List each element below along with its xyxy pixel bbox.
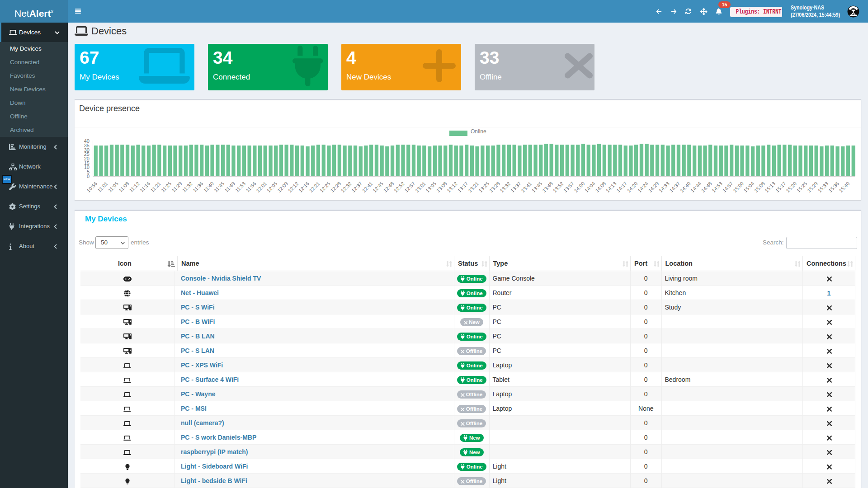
svg-text:13:28: 13:28 xyxy=(488,181,501,193)
svg-text:12:52: 12:52 xyxy=(393,181,406,193)
svg-text:11:05: 11:05 xyxy=(107,181,119,193)
svg-text:13:45: 13:45 xyxy=(531,181,543,193)
svg-text:15:25: 15:25 xyxy=(796,181,808,193)
svg-text:15:13: 15:13 xyxy=(764,181,776,193)
svg-text:14:44: 14:44 xyxy=(689,181,702,193)
svg-text:14:08: 14:08 xyxy=(594,181,607,193)
svg-text:13:08: 13:08 xyxy=(435,181,448,193)
svg-text:11:12: 11:12 xyxy=(128,181,141,193)
svg-text:15:36: 15:36 xyxy=(827,181,840,193)
svg-text:14:40: 14:40 xyxy=(679,181,692,193)
svg-text:13:37: 13:37 xyxy=(509,181,522,193)
svg-text:11:53: 11:53 xyxy=(234,181,246,193)
svg-text:11:56: 11:56 xyxy=(245,181,257,193)
svg-text:12:16: 12:16 xyxy=(297,181,310,193)
svg-text:12:37: 12:37 xyxy=(350,181,363,193)
svg-text:15:08: 15:08 xyxy=(753,181,766,193)
svg-text:14:37: 14:37 xyxy=(668,181,681,193)
svg-text:13:48: 13:48 xyxy=(541,181,554,193)
svg-text:13:17: 13:17 xyxy=(457,181,469,193)
svg-text:11:32: 11:32 xyxy=(181,181,193,193)
svg-text:14:13: 14:13 xyxy=(605,181,618,193)
svg-text:40: 40 xyxy=(84,138,90,144)
svg-text:12:12: 12:12 xyxy=(287,181,300,193)
svg-text:14:53: 14:53 xyxy=(711,181,723,193)
svg-text:15:29: 15:29 xyxy=(806,181,819,193)
svg-text:15:04: 15:04 xyxy=(742,181,755,193)
svg-text:13:57: 13:57 xyxy=(562,181,575,193)
svg-text:12:09: 12:09 xyxy=(276,181,289,193)
svg-text:13:21: 13:21 xyxy=(467,181,480,193)
svg-text:11:25: 11:25 xyxy=(160,181,172,193)
svg-text:14:57: 14:57 xyxy=(722,181,734,193)
svg-text:12:05: 12:05 xyxy=(266,181,278,193)
svg-text:14:33: 14:33 xyxy=(658,181,670,193)
svg-text:15:20: 15:20 xyxy=(785,181,797,193)
svg-text:12:25: 12:25 xyxy=(319,181,331,193)
svg-text:14:29: 14:29 xyxy=(647,181,660,193)
svg-text:11:49: 11:49 xyxy=(224,181,236,193)
svg-text:12:48: 12:48 xyxy=(382,181,395,193)
svg-text:11:45: 11:45 xyxy=(213,181,225,193)
svg-text:11:08: 11:08 xyxy=(118,181,130,193)
svg-text:15:00: 15:00 xyxy=(732,181,745,193)
svg-text:15:17: 15:17 xyxy=(774,181,787,193)
svg-text:12:41: 12:41 xyxy=(361,181,374,193)
svg-text:12:32: 12:32 xyxy=(340,181,353,193)
svg-text:13:05: 13:05 xyxy=(425,181,437,193)
svg-text:13:25: 13:25 xyxy=(477,181,490,193)
svg-text:14:04: 14:04 xyxy=(584,181,596,193)
svg-text:14:24: 14:24 xyxy=(637,181,649,193)
svg-text:13:12: 13:12 xyxy=(446,181,458,193)
svg-text:13:52: 13:52 xyxy=(552,181,565,193)
svg-text:15:33: 15:33 xyxy=(817,181,830,193)
svg-text:12:45: 12:45 xyxy=(372,181,384,193)
svg-text:11:29: 11:29 xyxy=(170,181,183,193)
svg-text:14:20: 14:20 xyxy=(626,181,639,193)
svg-text:13:41: 13:41 xyxy=(520,181,533,193)
svg-text:13:01: 13:01 xyxy=(414,181,427,193)
svg-text:10:56: 10:56 xyxy=(85,181,98,193)
svg-text:14:00: 14:00 xyxy=(573,181,585,193)
svg-text:12:21: 12:21 xyxy=(308,181,321,193)
svg-text:11:01: 11:01 xyxy=(96,181,108,193)
svg-text:11:36: 11:36 xyxy=(192,181,204,193)
svg-text:12:01: 12:01 xyxy=(255,181,268,193)
svg-text:13:32: 13:32 xyxy=(499,181,511,193)
svg-text:11:16: 11:16 xyxy=(139,181,151,193)
svg-text:14:48: 14:48 xyxy=(700,181,713,193)
svg-text:11:21: 11:21 xyxy=(149,181,161,193)
svg-text:11:40: 11:40 xyxy=(203,181,215,193)
svg-text:14:17: 14:17 xyxy=(615,181,628,193)
svg-text:15:40: 15:40 xyxy=(838,181,850,193)
svg-text:12:28: 12:28 xyxy=(329,181,342,193)
svg-text:12:57: 12:57 xyxy=(403,181,416,193)
